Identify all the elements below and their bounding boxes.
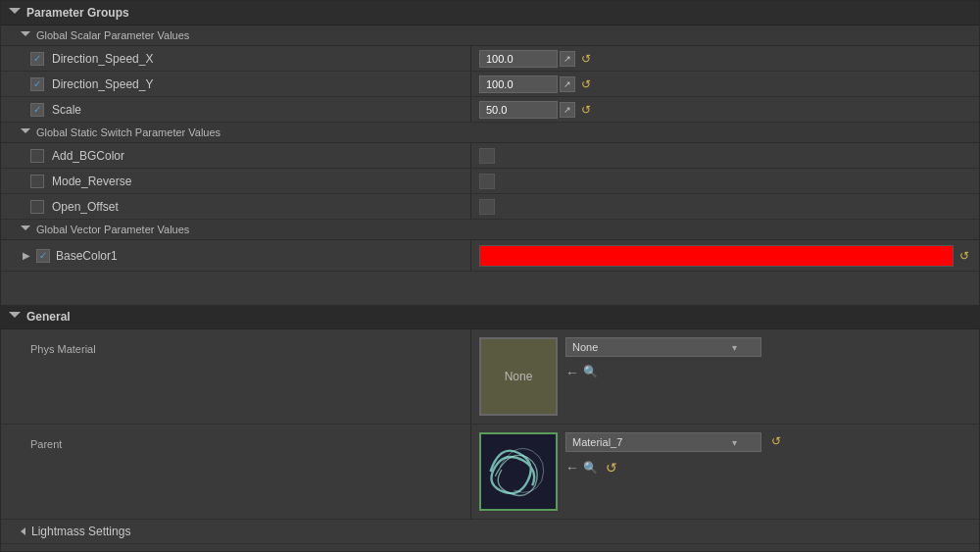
- vector-triangle: [21, 226, 30, 234]
- direction-speed-y-input[interactable]: 100.0: [479, 75, 558, 93]
- basecolor1-swatch[interactable]: [479, 245, 954, 267]
- parent-dropdown-value: Material_7: [572, 436, 622, 448]
- scalar-group-title: Global Scalar Parameter Values: [36, 29, 189, 41]
- direction-speed-x-checkbox[interactable]: [30, 52, 44, 66]
- scale-label: Scale: [52, 103, 81, 117]
- material-overrides-row[interactable]: Material Property Overrides: [1, 544, 979, 552]
- scale-reset[interactable]: ↺: [579, 103, 593, 117]
- phys-material-thumb-label: None: [505, 370, 533, 383]
- direction-speed-x-input[interactable]: 100.0: [479, 50, 558, 68]
- basecolor1-expand[interactable]: ▶: [23, 250, 30, 261]
- add-bgcolor-checkbox[interactable]: [30, 149, 44, 163]
- parent-dropdown-arrow: ▾: [732, 437, 737, 448]
- table-row: Mode_Reverse: [1, 169, 979, 194]
- swirl-svg: [481, 434, 556, 509]
- phys-material-row: Phys Material None None ▾ ← 🔍: [1, 329, 979, 425]
- param-groups-triangle: [9, 8, 21, 19]
- parent-dropdown[interactable]: Material_7 ▾: [565, 432, 761, 452]
- parent-reset-icon[interactable]: ↺: [604, 460, 619, 476]
- mode-reverse-label: Mode_Reverse: [52, 175, 131, 188]
- param-groups-header[interactable]: Parameter Groups: [1, 1, 979, 25]
- lightmass-row[interactable]: Lightmass Settings: [1, 520, 979, 544]
- vector-group-title: Global Vector Parameter Values: [36, 224, 189, 235]
- parent-actions: ← 🔍 ↺: [565, 460, 761, 476]
- direction-speed-x-label: Direction_Speed_X: [52, 52, 153, 66]
- general-triangle: [9, 312, 21, 323]
- parent-thumbnail[interactable]: [479, 432, 558, 511]
- direction-speed-x-reset[interactable]: ↺: [579, 52, 593, 66]
- static-group-title: Global Static Switch Parameter Values: [36, 126, 220, 138]
- static-triangle: [21, 128, 30, 137]
- param-groups-title: Parameter Groups: [26, 6, 129, 20]
- general-title: General: [26, 310, 71, 324]
- direction-speed-x-icon[interactable]: ↗: [560, 51, 575, 67]
- basecolor1-label: BaseColor1: [56, 249, 118, 263]
- table-row: ▶ BaseColor1 ↺: [1, 240, 979, 272]
- parent-row: Parent Material_7 ▾: [1, 425, 979, 520]
- parent-back-icon[interactable]: ←: [565, 460, 579, 476]
- parent-controls: Material_7 ▾ ← 🔍 ↺: [565, 432, 761, 476]
- general-header[interactable]: General: [1, 305, 979, 329]
- open-offset-switch[interactable]: [479, 199, 495, 215]
- parent-search-icon[interactable]: 🔍: [583, 461, 598, 475]
- phys-material-label: Phys Material: [30, 343, 96, 355]
- lightmass-label: Lightmass Settings: [31, 525, 130, 538]
- static-group-header[interactable]: Global Static Switch Parameter Values: [1, 123, 979, 143]
- basecolor1-reset[interactable]: ↺: [957, 249, 971, 263]
- phys-material-dropdown-value: None: [572, 341, 598, 353]
- add-bgcolor-label: Add_BGColor: [52, 149, 124, 163]
- lightmass-triangle: [21, 527, 25, 535]
- phys-material-thumbnail[interactable]: None: [479, 337, 558, 416]
- add-bgcolor-switch[interactable]: [479, 148, 495, 164]
- phys-material-actions: ← 🔍: [565, 365, 761, 380]
- mode-reverse-switch[interactable]: [479, 174, 495, 189]
- scale-input[interactable]: 50.0: [479, 101, 558, 119]
- vector-group-header[interactable]: Global Vector Parameter Values: [1, 220, 979, 240]
- parent-label: Parent: [30, 438, 62, 450]
- phys-material-back-icon[interactable]: ←: [565, 365, 579, 380]
- direction-speed-y-reset[interactable]: ↺: [579, 77, 593, 91]
- direction-speed-y-checkbox[interactable]: [30, 77, 44, 91]
- scale-icon[interactable]: ↗: [560, 102, 575, 118]
- direction-speed-y-label: Direction_Speed_Y: [52, 77, 153, 91]
- table-row: Direction_Speed_X 100.0 ↗ ↺: [1, 46, 979, 72]
- mode-reverse-checkbox[interactable]: [30, 175, 44, 188]
- scalar-triangle: [21, 31, 30, 40]
- scale-checkbox[interactable]: [30, 103, 44, 117]
- phys-material-search-icon[interactable]: 🔍: [583, 365, 598, 380]
- table-row: Add_BGColor: [1, 143, 979, 169]
- phys-material-dropdown[interactable]: None ▾: [565, 337, 761, 357]
- open-offset-label: Open_Offset: [52, 200, 119, 214]
- phys-material-dropdown-arrow: ▾: [732, 342, 737, 353]
- open-offset-checkbox[interactable]: [30, 200, 44, 214]
- table-row: Open_Offset: [1, 194, 979, 220]
- basecolor1-checkbox[interactable]: [36, 249, 50, 263]
- parent-row-reset[interactable]: ↺: [769, 434, 783, 448]
- table-row: Scale 50.0 ↗ ↺: [1, 97, 979, 123]
- table-row: Direction_Speed_Y 100.0 ↗ ↺: [1, 72, 979, 97]
- direction-speed-y-icon[interactable]: ↗: [560, 76, 575, 92]
- phys-material-controls: None ▾ ← 🔍: [565, 337, 761, 380]
- scalar-group-header[interactable]: Global Scalar Parameter Values: [1, 25, 979, 46]
